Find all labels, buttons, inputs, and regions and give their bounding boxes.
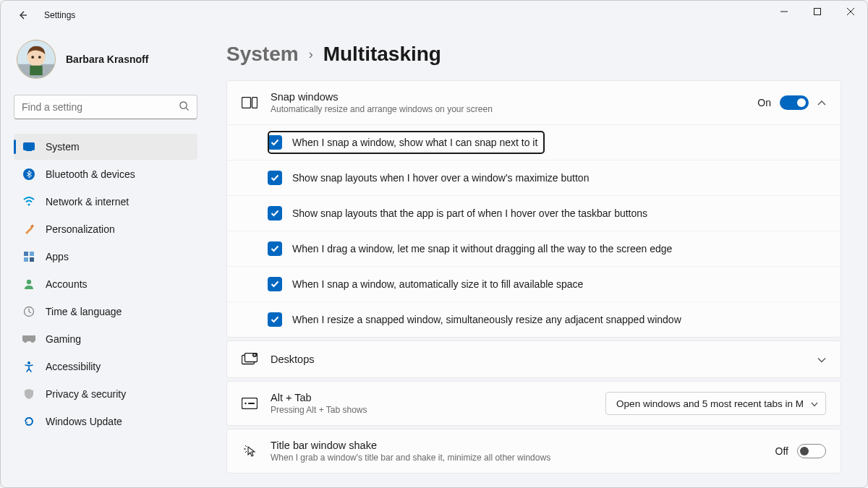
sidebar-item-accessibility[interactable]: Accessibility xyxy=(14,354,197,380)
option-label: Show snap layouts when I hover over a wi… xyxy=(292,172,589,184)
maximize-icon xyxy=(814,8,821,15)
svg-point-21 xyxy=(27,280,31,284)
snap-windows-toggle[interactable] xyxy=(780,95,809,110)
bluetooth-icon xyxy=(22,168,35,181)
svg-point-23 xyxy=(27,361,30,364)
window-controls xyxy=(767,1,867,22)
svg-rect-31 xyxy=(248,403,255,404)
alt-tab-dropdown[interactable]: Open windows and 5 most recent tabs in M xyxy=(605,392,826,415)
sidebar-item-bluetooth[interactable]: Bluetooth & devices xyxy=(14,161,197,187)
accessibility-icon xyxy=(22,360,35,373)
settings-window: Settings Barbara Krasnoff System Bluetoo… xyxy=(0,0,868,488)
breadcrumb-parent[interactable]: System xyxy=(226,43,299,66)
svg-point-10 xyxy=(180,101,187,108)
chevron-down-icon xyxy=(817,353,826,366)
alt-tab-header[interactable]: Alt + Tab Pressing Alt + Tab shows Open … xyxy=(227,382,841,425)
alt-tab-card: Alt + Tab Pressing Alt + Tab shows Open … xyxy=(226,381,841,426)
sidebar-item-personalization[interactable]: Personalization xyxy=(14,216,197,242)
svg-line-11 xyxy=(186,108,188,110)
svg-point-8 xyxy=(38,56,41,59)
snap-layout-icon xyxy=(242,95,258,111)
avatar xyxy=(17,40,56,79)
nav-label: Personalization xyxy=(46,223,115,235)
user-name: Barbara Krasnoff xyxy=(66,53,148,65)
checkbox[interactable] xyxy=(268,135,282,150)
search-input[interactable] xyxy=(22,101,179,113)
shield-icon xyxy=(22,388,35,401)
svg-rect-13 xyxy=(26,150,32,151)
card-title: Desktops xyxy=(271,354,804,365)
checkbox[interactable] xyxy=(268,312,282,327)
nav-list: System Bluetooth & devices Network & int… xyxy=(14,134,197,435)
snap-option-row[interactable]: Show snap layouts that the app is part o… xyxy=(227,196,841,231)
wifi-icon xyxy=(22,195,35,208)
svg-point-7 xyxy=(31,56,34,59)
toggle-label: Off xyxy=(775,445,788,457)
card-subtitle: Pressing Alt + Tab shows xyxy=(271,405,592,415)
option-label: When I drag a window, let me snap it wit… xyxy=(292,243,672,254)
desktops-header[interactable]: Desktops xyxy=(227,341,841,377)
svg-rect-1 xyxy=(814,9,821,15)
sidebar-item-time-language[interactable]: Time & language xyxy=(14,299,197,325)
shake-toggle[interactable] xyxy=(797,444,826,458)
svg-rect-18 xyxy=(30,252,34,256)
main-content: System › Multitasking Snap windows Autom… xyxy=(210,30,867,487)
title-bar-shake-header[interactable]: Title bar window shake When I grab a win… xyxy=(227,429,841,473)
desktops-icon xyxy=(242,351,258,367)
apps-icon xyxy=(22,250,35,263)
page-title: Multitasking xyxy=(323,43,441,66)
sidebar-item-windows-update[interactable]: Windows Update xyxy=(14,408,197,435)
update-icon xyxy=(22,415,35,428)
maximize-button[interactable] xyxy=(801,1,834,22)
card-subtitle: Automatically resize and arrange windows… xyxy=(271,104,744,114)
sidebar-item-accounts[interactable]: Accounts xyxy=(14,271,197,297)
snap-windows-header[interactable]: Snap windows Automatically resize and ar… xyxy=(227,81,841,124)
checkbox[interactable] xyxy=(268,171,282,185)
card-title: Alt + Tab xyxy=(271,392,592,403)
sidebar-item-system[interactable]: System xyxy=(14,134,197,160)
window-title: Settings xyxy=(44,10,75,20)
card-title: Title bar window shake xyxy=(271,440,762,451)
desktops-card: Desktops xyxy=(226,341,841,378)
user-profile[interactable]: Barbara Krasnoff xyxy=(14,40,197,79)
snap-option-row[interactable]: Show snap layouts when I hover over a wi… xyxy=(227,160,841,196)
minimize-icon xyxy=(780,8,788,15)
titlebar: Settings xyxy=(1,1,867,30)
checkbox[interactable] xyxy=(268,206,282,221)
nav-label: Privacy & security xyxy=(46,388,126,400)
svg-rect-25 xyxy=(252,98,258,108)
snap-option-row[interactable]: When I drag a window, let me snap it wit… xyxy=(227,231,841,267)
svg-rect-17 xyxy=(24,252,28,256)
breadcrumb: System › Multitasking xyxy=(226,43,841,66)
checkbox[interactable] xyxy=(268,241,282,256)
nav-label: Gaming xyxy=(46,333,81,345)
search-box[interactable] xyxy=(14,95,197,119)
card-subtitle: When I grab a window's title bar and sha… xyxy=(271,453,762,463)
close-button[interactable] xyxy=(834,1,867,22)
nav-label: Network & internet xyxy=(46,196,129,207)
close-icon xyxy=(847,8,854,15)
sidebar-item-network[interactable]: Network & internet xyxy=(14,189,197,215)
snap-option-row[interactable]: When I resize a snapped window, simultan… xyxy=(227,302,841,337)
title-bar-shake-card: Title bar window shake When I grab a win… xyxy=(226,429,841,474)
nav-label: System xyxy=(46,141,80,153)
svg-point-30 xyxy=(244,403,246,404)
alt-tab-icon xyxy=(242,395,258,411)
back-button[interactable] xyxy=(11,4,34,27)
sidebar-item-apps[interactable]: Apps xyxy=(14,244,197,270)
minimize-button[interactable] xyxy=(767,1,801,22)
paintbrush-icon xyxy=(22,223,35,236)
option-label: When I resize a snapped window, simultan… xyxy=(292,314,681,325)
snap-option-row[interactable]: When I snap a window, show what I can sn… xyxy=(227,125,841,160)
svg-rect-9 xyxy=(30,66,42,75)
snap-options-list: When I snap a window, show what I can sn… xyxy=(227,124,841,337)
svg-rect-19 xyxy=(24,257,28,262)
sidebar-item-gaming[interactable]: Gaming xyxy=(14,326,197,352)
nav-label: Time & language xyxy=(46,306,122,317)
option-label: When I snap a window, show what I can sn… xyxy=(292,137,537,148)
snap-option-row[interactable]: When I snap a window, automatically size… xyxy=(227,267,841,302)
sidebar-item-privacy[interactable]: Privacy & security xyxy=(14,381,197,407)
nav-label: Accessibility xyxy=(46,361,101,372)
search-icon xyxy=(179,100,190,114)
checkbox[interactable] xyxy=(268,277,282,291)
